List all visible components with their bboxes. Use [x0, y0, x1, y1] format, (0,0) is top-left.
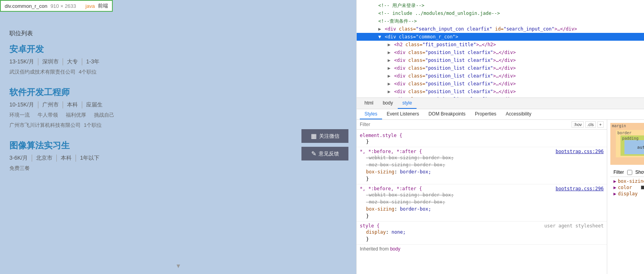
feedback-label: 意见反馈 [319, 150, 339, 157]
tag-pos-6: <div [394, 89, 408, 94]
wechat-button[interactable]: ▦ 关注微信 [301, 129, 348, 143]
expand-arrow-display[interactable]: ▶ [613, 191, 616, 196]
subtab-properties[interactable]: Properties [470, 109, 501, 119]
source-bootstrap-1[interactable]: bootstrap.css:296 [556, 149, 604, 154]
prop-webkit-box-1: -webkit-box-sizing [366, 155, 417, 160]
show-all-checkbox[interactable] [627, 170, 632, 175]
job-education-3: 本科 [57, 155, 76, 162]
filter-input[interactable] [360, 122, 568, 127]
job-item-2: 软件开发工程师 10-15K/月 广州市 本科 应届生 环境一流 牛人带领 福利… [9, 87, 347, 129]
job-experience-2: 应届生 [82, 101, 106, 108]
collapse-triangle-9[interactable]: ▶ [388, 89, 390, 94]
job-tag-3: 福利优厚 [66, 112, 86, 119]
section-title: 职位列表 [9, 30, 347, 37]
subtab-accessibility[interactable]: Accessibility [501, 109, 536, 119]
source-bootstrap-2[interactable]: bootstrap.css:296 [556, 186, 604, 191]
tab-body[interactable]: body [378, 98, 398, 109]
expand-arrow-color[interactable]: ▶ [613, 185, 616, 190]
job-tags-2: 环境一流 牛人带领 福利优厚 挑战自己 [9, 112, 347, 119]
sub-tabs-row: Styles Event Listeners DOM Breakpoints P… [357, 109, 644, 120]
wechat-icon: ▦ [311, 132, 317, 140]
scroll-indicator: ▾ [177, 261, 180, 270]
job-title-3[interactable]: 图像算法实习生 [9, 140, 347, 151]
closing-brace-useragent: } [366, 236, 369, 242]
tab-html[interactable]: html [360, 98, 378, 109]
job-meta-2: 10-15K/月 广州市 本科 应届生 [9, 101, 347, 108]
cls-button[interactable]: .cls [585, 121, 596, 128]
tab-java[interactable]: java [85, 3, 95, 9]
tag-pos-3: <div [394, 65, 408, 71]
job-title-2[interactable]: 软件开发工程师 [9, 87, 347, 98]
comment-text-2: <!-- include ../modules/mod_unlogin.jade… [378, 11, 500, 16]
job-title-1[interactable]: 安卓开发 [9, 43, 347, 55]
closing-brace-universal-2: } [366, 213, 369, 219]
job-experience-1: 1-3年 [82, 58, 103, 65]
prop-display: display [366, 229, 386, 235]
feedback-button[interactable]: ✎ 意见反馈 [301, 147, 348, 160]
computed-filter-label: Filter [613, 169, 624, 175]
tree-line-common-div[interactable]: ▼ <div class="common_r_con"> [357, 33, 644, 41]
collapse-triangle-7[interactable]: ▶ [388, 73, 390, 79]
box-margin: margin – border – padding – auto × auto [610, 123, 644, 165]
tree-line-pos6[interactable]: ▶ <div class="position_list clearfix">…<… [357, 88, 644, 96]
prop-webkit-box-2: -webkit-box-sizing [366, 192, 417, 198]
tree-line-search-div[interactable]: ▶ <div class="search_input_con clearfix"… [357, 25, 644, 33]
collapse-triangle-3[interactable]: ▶ [388, 42, 390, 47]
collapse-triangle-6[interactable]: ▶ [388, 65, 390, 71]
color-swatch [641, 186, 644, 189]
job-salary-2: 10-15K/月 [9, 101, 38, 108]
job-positions-2: 1个职位 [84, 122, 102, 129]
job-location-3: 北京市 [32, 155, 57, 162]
job-tag-2: 牛人带领 [38, 112, 58, 119]
computed-filter-bar: Filter Show all [610, 168, 644, 177]
job-education-1: 大专 [63, 58, 82, 65]
selector-style: style { [360, 223, 380, 229]
job-company-1: 武汉佰约成技术有限责任公司 4个职位 [9, 68, 347, 76]
styles-content: element.style { } *, *:before, *:after {… [357, 130, 607, 274]
tree-line-pos2[interactable]: ▶ <div class="position_list clearfix">…<… [357, 56, 644, 64]
job-company-name-2: 广州市飞川计算机科技有限公司 [9, 122, 81, 129]
source-useragent: user agent stylesheet [544, 223, 604, 229]
tree-line-pos3[interactable]: ▶ <div class="position_list clearfix">…<… [357, 64, 644, 72]
tag-h2: <h2 [394, 42, 406, 47]
job-meta-1: 13-15K/月 深圳市 大专 1-3年 [9, 58, 347, 65]
content-size: auto × auto [637, 145, 644, 150]
cp-name-box-sizing: box-sizing [618, 178, 644, 184]
subtab-dom-breakpoints[interactable]: DOM Breakpoints [424, 109, 470, 119]
expand-arrow-box-sizing[interactable]: ▶ [613, 178, 616, 184]
job-location-2: 广州市 [38, 101, 63, 108]
tree-line-h2[interactable]: ▶ <h2 class="fit_postion_title">…</h2> [357, 41, 644, 49]
tree-line-pos5[interactable]: ▶ <div class="position_list clearfix">…<… [357, 80, 644, 88]
tab-style[interactable]: style [398, 98, 417, 109]
subtab-styles[interactable]: Styles [360, 109, 382, 119]
left-panel: div.common_r_con 910 × 2633 java 前端 职位列表… [0, 0, 356, 274]
collapse-triangle-5[interactable]: ▶ [388, 58, 390, 63]
prop-box-sizing-1: box-sizing [366, 169, 394, 175]
tree-line-pos4[interactable]: ▶ <div class="position_list clearfix">…<… [357, 72, 644, 80]
job-tags-3: 免费三餐 [9, 165, 347, 172]
hov-button[interactable]: :hov [572, 121, 584, 128]
collapse-triangle-8[interactable]: ▶ [388, 81, 390, 87]
collapse-triangle-2[interactable]: ▼ [378, 34, 381, 40]
main-tabs-row: html body style [357, 98, 644, 109]
margin-label: margin [612, 124, 626, 128]
tag-div-common: <div [385, 34, 399, 40]
subtab-event-listeners[interactable]: Event Listeners [382, 109, 424, 119]
tab-frontend[interactable]: 前端 [98, 2, 108, 9]
side-buttons: ▦ 关注微信 ✎ 意见反馈 [301, 129, 348, 160]
add-rule-button[interactable]: + [597, 121, 604, 128]
tree-line-comment3: <!--查询条件--> [357, 17, 644, 25]
computed-props: ▶ box-sizing border-box ▶ color rgb(51, … [610, 177, 644, 199]
padding-label: padding [622, 136, 639, 141]
feedback-icon: ✎ [311, 150, 316, 157]
filter-actions: :hov .cls + [572, 121, 604, 128]
job-positions-1: 4个职位 [79, 68, 97, 76]
prop-box-sizing-2: box-sizing [366, 206, 394, 212]
inherited-from-text: Inherited from [360, 246, 390, 252]
tree-line-pos1[interactable]: ▶ <div class="position_list clearfix">…<… [357, 49, 644, 56]
tag-pos-5: <div [394, 81, 408, 87]
collapse-triangle-4[interactable]: ▶ [388, 50, 390, 55]
element-tag: div.common_r_con [5, 3, 47, 9]
style-rule-element: element.style { } [357, 131, 607, 147]
collapse-triangle-1[interactable]: ▶ [378, 26, 381, 32]
